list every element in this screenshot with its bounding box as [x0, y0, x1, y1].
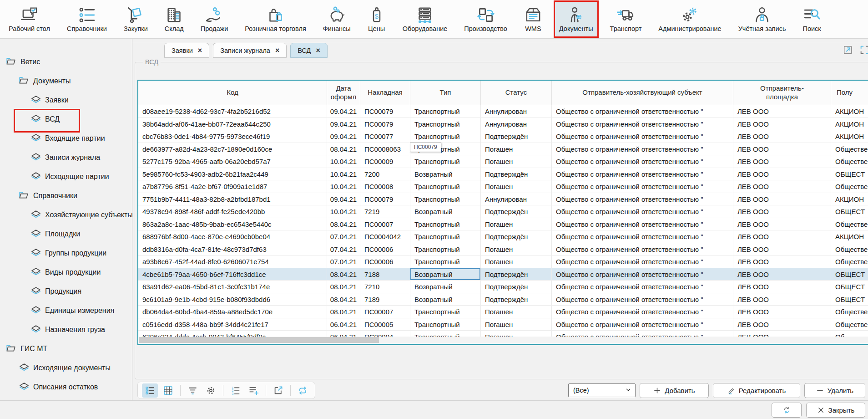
- view-grid-icon[interactable]: [160, 383, 176, 398]
- cell: АКЦИОН: [831, 130, 868, 143]
- refresh-button[interactable]: [772, 403, 802, 418]
- column-header[interactable]: Код: [138, 81, 327, 105]
- column-header[interactable]: Дата оформл: [327, 81, 360, 105]
- table-row[interactable]: a93b8c67-452f-44ad-8fe0-62606071e75407.0…: [138, 255, 868, 268]
- toolbar-item-transport[interactable]: Транспорт: [605, 1, 647, 37]
- table-row[interactable]: 38b64add-af06-41ae-bb07-72eaa644c25009.0…: [138, 118, 868, 131]
- numbered-list-icon[interactable]: 123: [227, 383, 243, 398]
- table-row[interactable]: 63a91d62-ea06-45bd-81c1-3c0fc31b174e08.0…: [138, 281, 868, 293]
- tree-item-products[interactable]: Продукция: [0, 282, 131, 301]
- toolbar-item-wms[interactable]: WMS: [519, 1, 547, 37]
- tree-item-outgoing-batches[interactable]: Исходящие партии: [0, 167, 131, 186]
- table-row[interactable]: 5277c175-92ba-4965-aafb-06a20ebd57a710.0…: [138, 155, 868, 168]
- table-row[interactable]: 688976bf-8d00-4ace-870e-e4690cb0be0407.0…: [138, 230, 868, 243]
- tab-zayavki[interactable]: Заявки×: [164, 43, 209, 58]
- tree-item-cargo-destinations[interactable]: Назначения груза: [0, 320, 131, 339]
- tree-item-incoming-batches[interactable]: Входящие партии: [0, 129, 131, 148]
- table-row[interactable]: 5e985760-fc53-4903-adb2-6b21faa2c44910.0…: [138, 168, 868, 181]
- toolbar-item-search[interactable]: Поиск: [798, 1, 826, 37]
- table-row[interactable]: 49378c94-898f-486f-addf-fe25ede420bb10.0…: [138, 205, 868, 218]
- toolbar-item-administration[interactable]: Администрирование: [653, 1, 726, 37]
- maximize-icon[interactable]: [859, 45, 868, 56]
- column-header[interactable]: Статус: [481, 81, 552, 105]
- tree-item-product-groups[interactable]: Группы продукции: [0, 244, 131, 263]
- toolbar-item-prices[interactable]: $Цены: [363, 1, 391, 37]
- tree-item-business-entities[interactable]: Хозяйствующие субъекты: [0, 205, 131, 225]
- toolbar-item-documents[interactable]: Документы: [554, 1, 598, 37]
- tab-label: ВСД: [298, 47, 311, 54]
- toolbar-item-production[interactable]: Производство: [459, 1, 512, 37]
- finance-icon: [328, 6, 346, 24]
- tree-item-outgoing-documents[interactable]: Исходящие документы: [0, 358, 131, 378]
- tree-item-documents[interactable]: Документы: [0, 72, 131, 91]
- horizontal-scrollbar[interactable]: [139, 337, 868, 343]
- tree-item-label: Группы продукции: [45, 249, 106, 257]
- tree-item-label: Площадки: [45, 230, 80, 238]
- table-row[interactable]: c0516edd-d358-448a-bb9f-34dd4c21fe1706.0…: [138, 318, 868, 331]
- tree-item-product-types[interactable]: Виды продукции: [0, 263, 131, 282]
- tree-item-vetis[interactable]: Ветис: [0, 52, 131, 72]
- tree-item-remainder-descriptions[interactable]: Описания остатков: [0, 378, 131, 397]
- cell: ОБЩЕСТ: [831, 281, 868, 293]
- tab-journal[interactable]: Записи журнала×: [213, 43, 287, 58]
- open-external-icon[interactable]: [270, 383, 286, 398]
- table-row[interactable]: a7b87796-8f51-4a2e-bf67-0f909a1e1d8710.0…: [138, 180, 868, 193]
- close-button[interactable]: Закрыть: [806, 403, 865, 418]
- column-header[interactable]: Отправитель-хозяйствующий субъект: [552, 81, 733, 105]
- column-header[interactable]: Накладная: [360, 81, 410, 105]
- toolbar-item-label: Оборудование: [403, 25, 448, 32]
- invoice-tooltip: ПС00079: [410, 143, 441, 152]
- scrollbar-thumb[interactable]: [139, 337, 379, 343]
- tree-item-units[interactable]: Единицы измерения: [0, 301, 131, 320]
- view-list-icon[interactable]: [142, 383, 158, 398]
- filter-select[interactable]: (Все): [568, 383, 636, 397]
- table-row[interactable]: d08aee19-5238-4d62-93c7-4fa2b5216d5209.0…: [138, 105, 868, 118]
- close-icon[interactable]: ×: [198, 47, 202, 54]
- toolbar-item-sales[interactable]: Продажи: [196, 1, 233, 37]
- cell: 09.04.21: [327, 118, 360, 130]
- cell: ЛЕВ ООО: [733, 168, 831, 180]
- table-row[interactable]: 4cbe61b5-79aa-4650-b6ef-716ffc3dd1ce08.0…: [138, 268, 868, 281]
- table-row[interactable]: 7751b9b7-4411-48a3-82b8-a2bfbd187bd109.0…: [138, 193, 868, 206]
- tree-item-gis-mt[interactable]: ГИС МТ: [0, 339, 131, 358]
- close-icon[interactable]: ×: [316, 47, 320, 54]
- svg-text:3: 3: [232, 392, 233, 395]
- toolbar-item-finance[interactable]: Финансы: [318, 1, 356, 37]
- table-row[interactable]: ddb8316a-d0fa-4ca7-81fe-48c973d7df6307.0…: [138, 243, 868, 256]
- delete-button[interactable]: Удалить: [804, 383, 865, 398]
- add-list-icon[interactable]: [246, 383, 262, 398]
- repeat-icon[interactable]: [295, 383, 311, 398]
- toolbar-item-purchases[interactable]: Закупки: [119, 1, 153, 37]
- toolbar-item-account[interactable]: Учётная запись: [733, 1, 791, 37]
- table-row[interactable]: 863a2a8c-1aac-485b-9bab-ec6543e5440c08.0…: [138, 218, 868, 231]
- tree-item-directories[interactable]: Справочники: [0, 186, 131, 205]
- column-header[interactable]: Тип: [410, 81, 481, 105]
- open-window-icon[interactable]: [843, 45, 854, 56]
- tab-vsd[interactable]: ВСД×: [290, 43, 328, 58]
- tree-item-vsd[interactable]: ВСД: [0, 110, 131, 129]
- table-row[interactable]: db064da4-60bd-4ba4-859a-a88ed5dc170e08.0…: [138, 306, 868, 318]
- table-row[interactable]: cbc76b83-0de1-4b84-9775-5973ece46f1909.0…: [138, 130, 868, 143]
- toolbar-separator: [290, 385, 291, 396]
- tree-item-zayavki[interactable]: Заявки: [0, 91, 131, 110]
- cell: Обществе: [831, 318, 868, 331]
- column-header[interactable]: Полу: [831, 81, 868, 105]
- toolbar-item-equipment[interactable]: Оборудование: [398, 1, 453, 37]
- cell: Возвратный: [410, 205, 481, 218]
- toolbar-item-warehouse[interactable]: Склад: [160, 1, 189, 37]
- table-row[interactable]: de663977-a82d-4a23-82c7-1890e0d160ce08.0…: [138, 143, 868, 156]
- tree-item-sites[interactable]: Площадки: [0, 225, 131, 244]
- toolbar-item-retail[interactable]: Розничная торговля: [240, 1, 311, 37]
- column-header[interactable]: Отправитель- площадка: [733, 81, 831, 105]
- add-button[interactable]: Добавить: [640, 383, 709, 398]
- edit-button[interactable]: Редактировать: [713, 383, 800, 398]
- cell: ПС00005: [360, 318, 410, 331]
- filter-icon[interactable]: [185, 383, 201, 398]
- toolbar-item-desktop[interactable]: Рабочий стол: [4, 1, 55, 37]
- settings-icon[interactable]: [203, 383, 219, 398]
- toolbar-item-directories[interactable]: Справочники: [62, 1, 112, 37]
- cell: Возвратный: [410, 281, 481, 293]
- close-icon[interactable]: ×: [275, 47, 279, 54]
- tree-item-journal-records[interactable]: Записи журнала: [0, 148, 131, 167]
- table-row[interactable]: 9c6101a9-9e1b-4cbd-915e-b080f93dbdd608.0…: [138, 293, 868, 306]
